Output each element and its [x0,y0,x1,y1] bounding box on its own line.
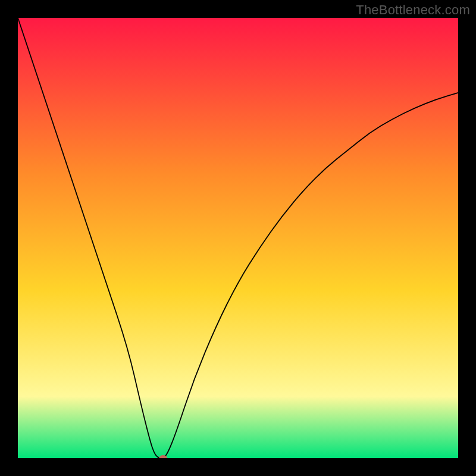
gradient-background [18,18,458,458]
chart-svg [18,18,458,458]
attribution-label: TheBottleneck.com [356,2,470,18]
chart-frame: TheBottleneck.com [0,0,476,476]
plot-area [18,18,458,458]
